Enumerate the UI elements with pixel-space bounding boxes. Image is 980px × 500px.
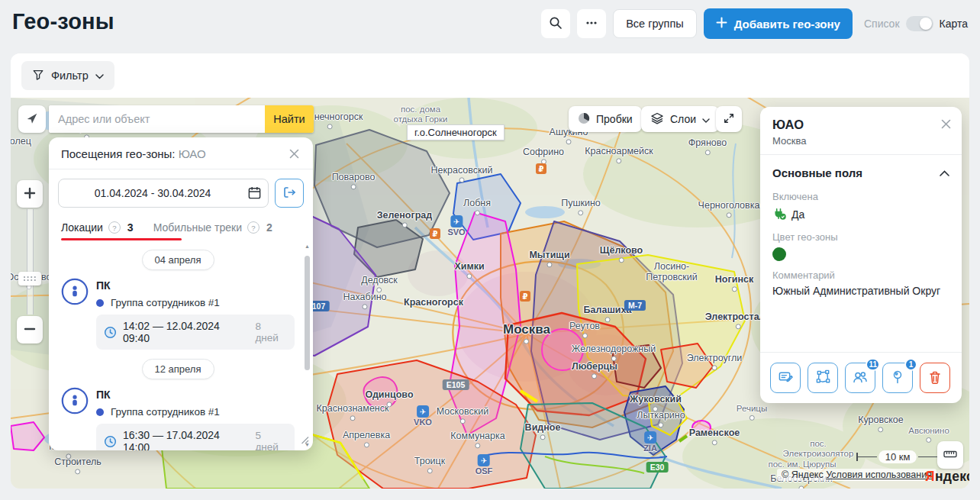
view-map-label[interactable]: Карта <box>940 18 968 30</box>
details-close-button[interactable] <box>940 118 953 131</box>
enabled-label: Включена <box>772 191 949 202</box>
details-fields: Включена Да Цвет гео-зоны Комментарий Юж… <box>760 181 962 297</box>
visits-tabs: Локации ? 3 Мобильные треки ? 2 <box>49 214 313 240</box>
employees-button[interactable]: 11 <box>845 363 875 393</box>
visits-close-button[interactable] <box>288 147 301 160</box>
group-color-dot <box>96 299 104 307</box>
visit-time-row: 16:30 — 17.04.2024 14:005 дней <box>96 424 295 450</box>
terms-link[interactable]: Условия использования <box>826 469 932 480</box>
visit-group: Группа сотрудников #1 <box>96 297 295 308</box>
question-icon: ? <box>247 221 260 234</box>
details-actions: 11 1 <box>760 352 962 403</box>
map-search-submit[interactable]: Найти <box>265 105 314 133</box>
group-color-dot <box>96 408 104 416</box>
tab-mobile-tracks-label: Мобильные треки <box>153 221 242 234</box>
visit-time: 14:02 — 12.04.2024 09:40 <box>123 320 249 344</box>
map-canvas[interactable]: ополецТеряевоОсташевоМожайскСтроительСол… <box>11 98 969 489</box>
main-container: Фильтр <box>11 53 969 489</box>
view-toggle[interactable] <box>906 16 933 31</box>
edit-icon <box>778 369 794 387</box>
export-button[interactable] <box>275 179 304 208</box>
zone-color-swatch <box>772 247 786 261</box>
copyright-text: © Яндекс <box>782 469 824 480</box>
scroll-down-arrow[interactable]: ▼ <box>304 442 311 447</box>
trash-icon <box>927 369 943 387</box>
employees-badge: 11 <box>866 358 880 371</box>
fullscreen-button[interactable] <box>716 106 742 132</box>
pin-icon <box>890 369 905 387</box>
ellipsis-icon <box>585 16 598 32</box>
more-menu-button[interactable] <box>577 9 606 38</box>
all-groups-dropdown[interactable]: Все группы <box>613 9 697 38</box>
date-range-input[interactable] <box>58 179 269 208</box>
add-geozone-label: Добавить гео-зону <box>734 18 840 31</box>
chevron-up-icon[interactable] <box>940 170 949 176</box>
search-button[interactable] <box>541 9 570 38</box>
employees-icon <box>852 369 869 388</box>
search-icon <box>549 16 563 32</box>
tab-locations[interactable]: Локации ? 3 <box>61 217 134 240</box>
traffic-light-icon <box>578 112 590 127</box>
visits-title: Посещения гео-зоны: <box>61 147 176 160</box>
scale-label: 10 км <box>878 450 917 463</box>
clock-icon <box>104 435 117 448</box>
visit-duration: 8 дней <box>255 321 287 344</box>
map-hover-tooltip: г.о.Солнечногорск <box>407 124 505 140</box>
yandex-logo: Яндекс <box>925 469 969 485</box>
filter-button[interactable]: Фильтр <box>21 61 114 90</box>
visits-scrollbar[interactable]: ▲ ▼ <box>304 244 311 447</box>
geozone-name: ЮАО <box>772 118 949 132</box>
scrollbar-thumb[interactable] <box>305 256 310 370</box>
page-header: Гео-зоны Все группы Добавить гео-зону Сп… <box>0 0 980 53</box>
employee-avatar-icon <box>61 278 89 305</box>
tab-mobile-tracks-count: 2 <box>266 221 272 234</box>
zoom-slider-handle[interactable] <box>18 272 41 285</box>
add-geozone-button[interactable]: Добавить гео-зону <box>704 8 853 39</box>
expand-icon <box>723 112 735 127</box>
zoom-out-button[interactable] <box>17 316 43 344</box>
layers-button[interactable]: Слои <box>641 106 719 132</box>
details-header: ЮАО Москва <box>760 107 962 155</box>
grip-dots-icon <box>23 276 37 282</box>
map-search-bar: Найти <box>49 105 314 133</box>
filter-label: Фильтр <box>51 69 89 82</box>
date-range-row <box>49 169 313 214</box>
visits-list: 04 апреляПКГруппа сотрудников #114:02 — … <box>49 240 313 450</box>
funnel-icon <box>32 69 44 83</box>
pins-button[interactable]: 1 <box>882 363 913 393</box>
location-arrow-icon <box>25 111 39 127</box>
visit-time: 16:30 — 17.04.2024 14:00 <box>123 429 249 450</box>
zoom-in-button[interactable] <box>17 180 43 208</box>
geozone-city: Москва <box>772 135 949 147</box>
pins-badge: 1 <box>904 358 917 371</box>
scroll-up-arrow[interactable]: ▲ <box>304 244 311 249</box>
filter-bar: Фильтр <box>11 53 969 98</box>
calendar-icon <box>247 185 262 203</box>
chevron-down-icon <box>702 113 710 125</box>
enabled-value: Да <box>791 208 804 221</box>
employee-avatar-icon <box>61 387 89 415</box>
main-fields-title: Основные поля <box>772 166 862 179</box>
edit-geozone-button[interactable] <box>770 363 801 393</box>
geolocate-button[interactable] <box>18 105 46 133</box>
traffic-button[interactable]: Пробки <box>569 106 642 132</box>
edit-polygon-button[interactable] <box>808 363 838 393</box>
delete-geozone-button[interactable] <box>920 363 950 393</box>
ruler-button[interactable] <box>937 441 963 469</box>
zoom-slider-track[interactable] <box>27 209 34 315</box>
map-scale-bar: 10 км <box>856 450 939 463</box>
visit-name: ПК <box>96 389 295 401</box>
tab-mobile-tracks[interactable]: Мобильные треки ? 2 <box>153 217 272 240</box>
visit-duration: 5 дней <box>255 430 287 450</box>
visit-group: Группа сотрудников #1 <box>96 406 295 418</box>
date-chip: 04 апреля <box>142 250 214 270</box>
visit-item[interactable]: ПКГруппа сотрудников #114:02 — 12.04.202… <box>61 278 295 350</box>
clock-icon <box>104 326 117 339</box>
comment-value: Южный Административный Округ <box>772 285 949 297</box>
visits-zone-name: ЮАО <box>179 147 206 160</box>
main-fields-section: Основные поля <box>760 155 962 181</box>
view-list-label[interactable]: Список <box>864 18 900 30</box>
visit-item[interactable]: ПКГруппа сотрудников #116:30 — 17.04.202… <box>61 387 295 450</box>
map-search-input[interactable] <box>49 105 265 133</box>
minus-icon <box>24 323 36 337</box>
